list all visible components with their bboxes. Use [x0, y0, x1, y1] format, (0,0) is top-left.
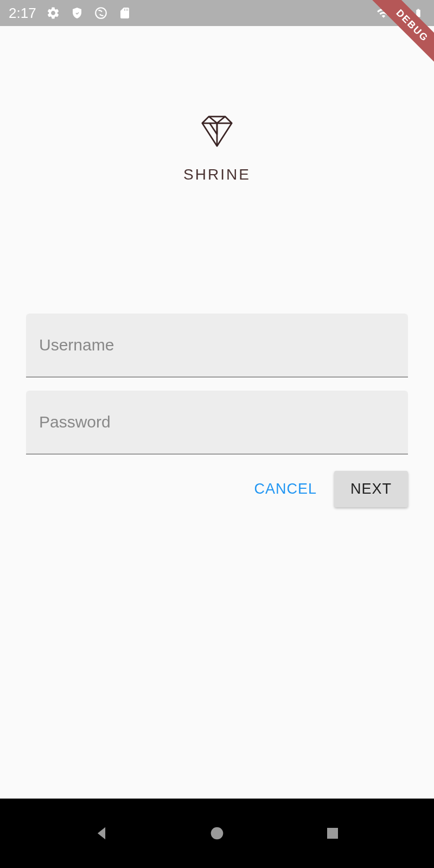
sync-disabled-icon — [94, 6, 108, 20]
android-nav-bar — [0, 799, 434, 868]
back-icon[interactable] — [92, 824, 111, 843]
svg-point-1 — [211, 827, 224, 840]
button-row: CANCEL NEXT — [26, 471, 408, 507]
svg-point-0 — [95, 8, 106, 18]
home-icon[interactable] — [207, 824, 227, 843]
next-button[interactable]: NEXT — [334, 471, 408, 507]
app-title: SHRINE — [183, 166, 251, 183]
status-time: 2:17 — [9, 5, 36, 22]
username-input[interactable] — [26, 314, 408, 378]
status-left-group: 2:17 — [9, 5, 132, 22]
login-screen: SHRINE CANCEL NEXT — [0, 26, 434, 799]
android-status-bar: 2:17 — [0, 0, 434, 26]
sd-card-icon — [118, 6, 132, 20]
recent-apps-icon[interactable] — [323, 824, 342, 843]
login-form: CANCEL NEXT — [26, 314, 408, 507]
password-input[interactable] — [26, 391, 408, 455]
cancel-button[interactable]: CANCEL — [250, 471, 321, 507]
logo-section: SHRINE — [26, 26, 408, 292]
svg-rect-2 — [327, 828, 338, 839]
settings-gear-icon — [46, 6, 60, 20]
shrine-diamond-logo-icon — [199, 113, 235, 150]
shield-icon — [70, 6, 84, 20]
